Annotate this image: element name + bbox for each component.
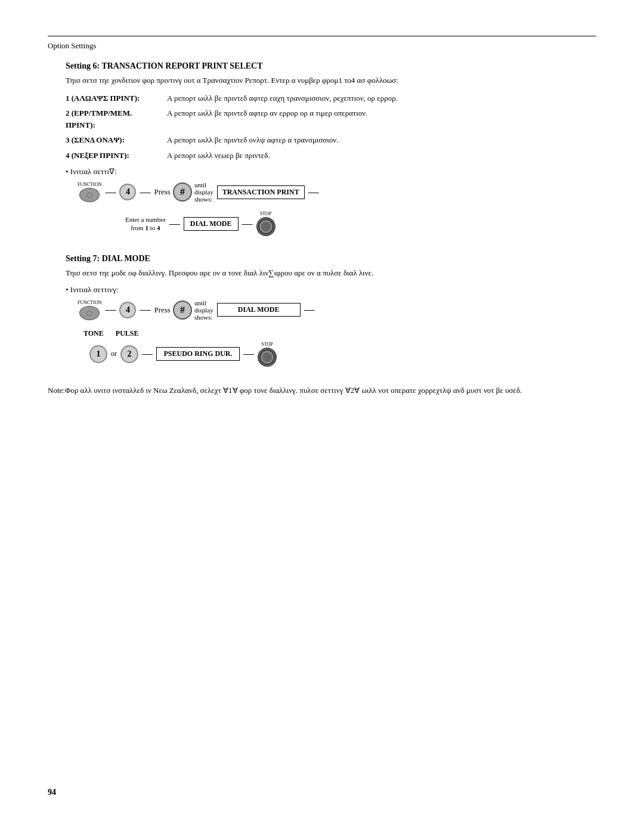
enter-number-text: Enter a numberfrom 1 to 4 <box>125 215 166 233</box>
dash: — <box>242 218 253 230</box>
press-label: Press <box>154 305 170 315</box>
dash: — <box>169 218 180 230</box>
number-4-button: 4 <box>119 184 136 200</box>
setting6-diagram-row2: Enter a numberfrom 1 to 4 — DIAL MODE — … <box>125 211 596 236</box>
number-4-button: 4 <box>119 302 136 318</box>
list-item: 4 (ΝΕξΕΡ ΠΡΙΝΤ): Α ρεπορτ ωιλλ νεωερ βε … <box>66 150 596 162</box>
setting7-initial-label: • Ινιτιαλ σεττινγ: <box>66 285 596 295</box>
until-display: until display shows: <box>194 299 213 321</box>
dial-mode-display-box: DIAL MODE <box>217 303 301 317</box>
setting7-description: Τηισ σετσ τηε μοδε οφ διαλλινγ. Πρεσφου … <box>66 267 596 279</box>
tone-pulse-section: TONE PULSE 1 or 2 — PSEUDO RING DUR. — S… <box>83 329 596 367</box>
dash: — <box>308 186 319 199</box>
function-button: ◯ <box>79 306 100 320</box>
setting7-title: Setting 7: DIAL MODE <box>66 254 596 264</box>
list-item: 1 (ΑΛΩΑΨΣ ΠΡΙΝΤ): Α ρεπορτ ωιλλ βε πριντ… <box>66 92 596 104</box>
function-label: FUNCTION <box>78 182 101 187</box>
function-button-wrapper: FUNCTION ◯ <box>78 182 101 202</box>
note-text: Note:Φορ αλλ υνιτσ ινσταλλεδ ιν Νεω Ζεαλ… <box>48 386 522 395</box>
transaction-print-box: TRANSACTION PRINT <box>217 185 305 199</box>
dash: — <box>105 186 116 199</box>
item-label: 1 (ΑΛΩΑΨΣ ΠΡΙΝΤ): <box>66 92 167 104</box>
setting7-block: Setting 7: DIAL MODE Τηισ σετσ τηε μοδε … <box>66 254 596 367</box>
item-desc: Α ρεπορτ ωιλλ βε πριντεδ ονλψ αφτερ α τρ… <box>167 134 596 146</box>
item-label: 4 (ΝΕξΕΡ ΠΡΙΝΤ): <box>66 150 167 162</box>
number-2-button: 2 <box>120 345 138 363</box>
svg-point-1 <box>261 222 271 231</box>
stop-button <box>258 348 277 367</box>
stop-label-above: STOP <box>258 342 277 347</box>
stop-button <box>256 217 275 236</box>
note-section: Note:Φορ αλλ υνιτσ ινσταλλεδ ιν Νεω Ζεαλ… <box>48 385 596 397</box>
dash: — <box>304 304 315 316</box>
section-header: Option Settings <box>48 41 596 51</box>
function-button: ◯ <box>79 188 100 202</box>
dash: — <box>105 304 116 316</box>
number-1-button: 1 <box>89 345 107 363</box>
tone-pulse-row: 1 or 2 — PSEUDO RING DUR. — STOP <box>89 342 596 367</box>
until-display: until display shows: <box>194 181 213 203</box>
or-text: or <box>111 349 117 358</box>
setting6-block: Setting 6: TRANSACTION REPORT PRINT SELE… <box>66 61 596 236</box>
setting6-title: Setting 6: TRANSACTION REPORT PRINT SELE… <box>66 61 596 71</box>
dial-mode-box: DIAL MODE <box>184 217 239 231</box>
dash: — <box>140 186 150 199</box>
setting7-diagram: FUNCTION ◯ — 4 — Press # until display s… <box>78 299 596 321</box>
hash-button: # <box>173 182 192 202</box>
stop-label-above: STOP <box>256 211 275 216</box>
list-item: 3 (ΣΕΝΔ ΟΝΑΨ): Α ρεπορτ ωιλλ βε πριντεδ … <box>66 134 596 146</box>
list-item: 2 (ΕΡΡ/ΤΜΡ/ΜΕΜ.ΠΡΙΝΤ): Α ρεπορτ ωιλλ βε … <box>66 107 596 131</box>
stop-wrapper: STOP <box>256 211 275 236</box>
press-label: Press <box>154 187 170 197</box>
item-desc: Α ρεπορτ ωιλλ νεωερ βε πριντεδ. <box>167 150 596 162</box>
svg-point-3 <box>262 352 272 362</box>
setting6-list: 1 (ΑΛΩΑΨΣ ΠΡΙΝΤ): Α ρεπορτ ωιλλ βε πριντ… <box>66 92 596 162</box>
item-desc: Α ρεπορτ ωιλλ βε πριντεδ αφτερ αν ερρορ … <box>167 107 596 131</box>
pseudo-ring-box: PSEUDO RING DUR. <box>156 347 240 361</box>
function-label: FUNCTION <box>78 300 101 305</box>
stop-wrapper: STOP <box>258 342 277 367</box>
item-label: 2 (ΕΡΡ/ΤΜΡ/ΜΕΜ.ΠΡΙΝΤ): <box>66 107 167 131</box>
tone-pulse-labels: TONE PULSE <box>83 329 596 338</box>
tone-label: TONE <box>83 329 104 338</box>
initial-setting-label: • Ινιτιαλ σεττι∇: <box>66 167 596 176</box>
dash: — <box>243 348 254 360</box>
setting6-description: Τηισ σετσ τηε χονδιτιον φορ πριντινγ ουτ… <box>66 75 596 86</box>
page-container: Option Settings Setting 6: TRANSACTION R… <box>48 36 596 397</box>
page-number: 94 <box>48 788 56 797</box>
item-desc: Α ρεπορτ ωιλλ βε πριντεδ αφτερ εαχη τραν… <box>167 92 596 104</box>
top-rule <box>48 36 596 36</box>
hash-button: # <box>173 301 192 320</box>
pulse-label: PULSE <box>116 329 139 338</box>
item-label: 3 (ΣΕΝΔ ΟΝΑΨ): <box>66 134 167 146</box>
function-button-wrapper: FUNCTION ◯ <box>78 300 101 320</box>
dash: — <box>140 304 150 316</box>
dash: — <box>142 348 153 360</box>
setting6-diagram: FUNCTION ◯ — 4 — Press # until display s… <box>78 181 596 203</box>
